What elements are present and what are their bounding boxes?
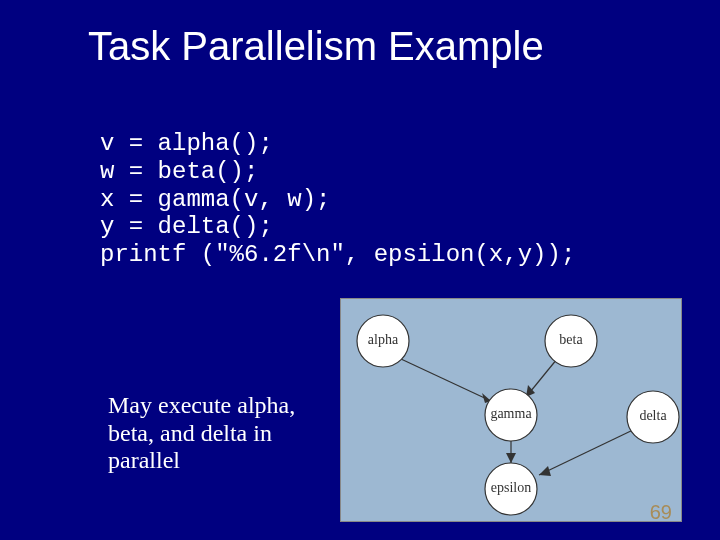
node-delta-label: delta: [639, 408, 667, 423]
node-alpha-label: alpha: [368, 332, 399, 347]
caption-text: May execute alpha, beta, and delta in pa…: [108, 392, 318, 475]
arrowhead: [506, 453, 516, 463]
code-line-5: printf ("%6.2f\n", epsilon(x,y));: [100, 241, 575, 268]
code-line-1: v = alpha();: [100, 130, 273, 157]
node-gamma-label: gamma: [490, 406, 532, 421]
code-line-2: w = beta();: [100, 158, 258, 185]
node-beta-label: beta: [559, 332, 583, 347]
code-line-3: x = gamma(v, w);: [100, 186, 330, 213]
node-epsilon-label: epsilon: [491, 480, 531, 495]
code-line-4: y = delta();: [100, 213, 273, 240]
slide-title: Task Parallelism Example: [0, 0, 720, 69]
task-graph: alpha beta delta gamma epsilon: [341, 299, 681, 521]
edge-alpha-gamma: [401, 359, 491, 401]
slide: Task Parallelism Example v = alpha(); w …: [0, 0, 720, 540]
page-number: 69: [650, 501, 672, 524]
code-block: v = alpha(); w = beta(); x = gamma(v, w)…: [100, 130, 575, 269]
arrowhead: [539, 466, 551, 476]
edge-delta-epsilon: [539, 429, 635, 475]
task-graph-panel: alpha beta delta gamma epsilon: [340, 298, 682, 522]
